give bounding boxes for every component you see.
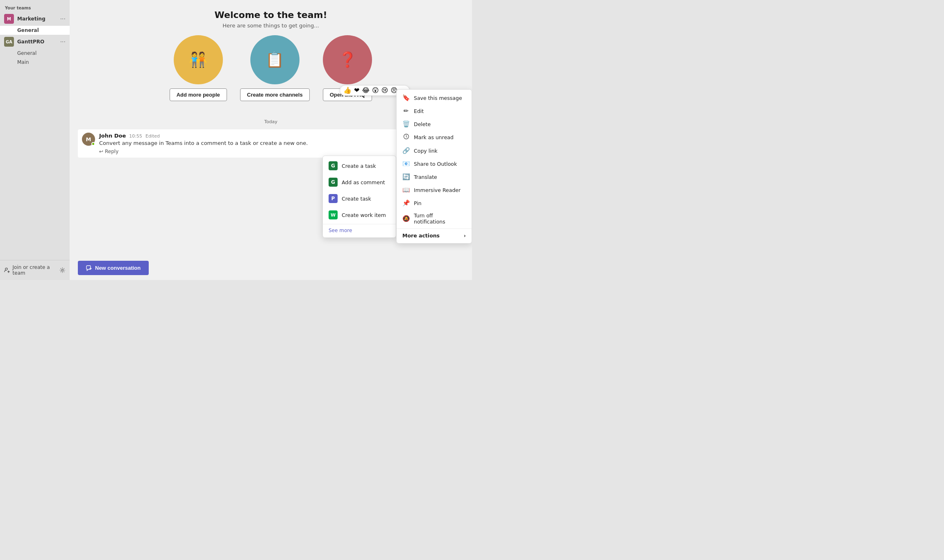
sub-icon-add-as-comment: G: [329, 178, 338, 187]
card-circle-add-people: 🧑‍🤝‍🧑: [174, 35, 223, 84]
translate-label: Translate: [414, 174, 437, 180]
online-indicator: [91, 142, 95, 146]
turn-off-notifications-icon: 🔕: [402, 215, 410, 222]
share-outlook-label: Share to Outlook: [414, 161, 457, 167]
more-actions-label: More actions: [402, 233, 440, 239]
sub-icon-create-a-task: G: [329, 161, 338, 170]
channel-item-ganttpro-main[interactable]: Main: [0, 58, 70, 67]
reply-label: Reply: [105, 149, 118, 154]
sub-icon-create-work-item: W: [329, 210, 338, 219]
sidebar: Your teams M Marketing ··· General GA Ga…: [0, 0, 70, 280]
mark-unread-icon: [402, 133, 410, 141]
team-name-ganttpro: GanttPRO: [17, 39, 60, 45]
reaction-laugh[interactable]: 😂: [362, 87, 370, 94]
channel-item-marketing-general[interactable]: General: [0, 26, 70, 35]
pin-icon: 📌: [402, 199, 410, 207]
sub-divider: [323, 224, 396, 224]
delete-label: Delete: [414, 121, 431, 127]
today-label: Today: [264, 119, 277, 124]
sub-icon-create-task: P: [329, 194, 338, 203]
reaction-sad[interactable]: 😢: [381, 87, 388, 94]
turn-off-notifications-label: Turn off notifications: [414, 212, 466, 225]
join-team-icon: [4, 267, 10, 273]
card-circle-faq: ❓: [323, 35, 372, 84]
see-more-button[interactable]: See more: [323, 225, 396, 236]
sub-label-create-task: Create task: [342, 196, 371, 202]
sub-menu-item-create-task[interactable]: P Create task: [323, 190, 396, 207]
message-edited: Edited: [145, 133, 160, 139]
ctx-delete[interactable]: 🗑️ Delete: [397, 117, 472, 131]
ctx-translate[interactable]: 🔄 Translate: [397, 170, 472, 183]
copy-link-icon: 🔗: [402, 147, 410, 154]
join-team-label: Join or create a team: [13, 264, 60, 276]
team-name-marketing: Marketing: [17, 16, 60, 22]
sub-label-create-work-item: Create work item: [342, 212, 386, 218]
message-author: John Doe: [99, 133, 126, 139]
sub-menu-item-add-as-comment[interactable]: G Add as comment: [323, 174, 396, 190]
bottom-bar: New conversation: [70, 256, 472, 280]
team-more-ganttpro[interactable]: ···: [60, 38, 66, 45]
context-menu-sub: G Create a task G Add as comment P Creat…: [322, 156, 396, 238]
mark-unread-label: Mark as unread: [414, 134, 454, 140]
new-conversation-label: New conversation: [95, 265, 141, 271]
channel-item-ganttpro-general[interactable]: General: [0, 49, 70, 58]
team-item-marketing[interactable]: M Marketing ···: [0, 12, 70, 26]
sub-label-add-as-comment: Add as comment: [342, 179, 385, 185]
ctx-save-message[interactable]: 🔖 Save this message: [397, 91, 472, 104]
message-time: 10:55: [129, 133, 142, 139]
welcome-card-add-people: 🧑‍🤝‍🧑 Add more people: [170, 35, 227, 101]
reaction-heart[interactable]: ❤️: [354, 87, 359, 94]
team-avatar-ganttpro: GA: [4, 37, 14, 47]
card-circle-channels: 📋: [250, 35, 300, 84]
svg-point-0: [5, 268, 7, 270]
new-conversation-icon: [86, 265, 92, 271]
more-actions-chevron: ›: [464, 233, 466, 239]
copy-link-label: Copy link: [414, 148, 438, 154]
avatar-text: M: [86, 136, 91, 142]
main-content: Welcome to the team! Here are some thing…: [70, 0, 472, 280]
context-menu-main: 🔖 Save this message ✏️ Edit 🗑️ Delete Ma…: [396, 89, 472, 244]
ctx-copy-link[interactable]: 🔗 Copy link: [397, 144, 472, 157]
team-avatar-marketing: M: [4, 14, 14, 24]
ctx-pin[interactable]: 📌 Pin: [397, 196, 472, 210]
create-more-channels-button[interactable]: Create more channels: [240, 88, 310, 101]
message-avatar: M: [82, 133, 95, 146]
reaction-surprised[interactable]: 😲: [372, 87, 379, 94]
ctx-edit[interactable]: ✏️ Edit: [397, 104, 472, 117]
sub-label-create-a-task: Create a task: [342, 163, 376, 169]
pin-label: Pin: [414, 200, 422, 206]
team-more-marketing[interactable]: ···: [60, 16, 66, 22]
share-outlook-icon: 📧: [402, 160, 410, 167]
settings-icon[interactable]: [59, 267, 66, 273]
save-message-icon: 🔖: [402, 94, 410, 102]
welcome-title: Welcome to the team!: [86, 10, 456, 20]
reply-icon: ↩: [99, 149, 103, 154]
welcome-card-channels: 📋 Create more channels: [240, 35, 310, 101]
ctx-immersive-reader[interactable]: 📖 Immersive Reader: [397, 183, 472, 196]
edit-label: Edit: [414, 108, 424, 114]
edit-icon: ✏️: [402, 107, 410, 115]
ctx-share-outlook[interactable]: 📧 Share to Outlook: [397, 157, 472, 170]
immersive-reader-icon: 📖: [402, 186, 410, 194]
translate-icon: 🔄: [402, 173, 410, 181]
delete-icon: 🗑️: [402, 120, 410, 128]
add-more-people-button[interactable]: Add more people: [170, 88, 227, 101]
save-message-label: Save this message: [414, 95, 462, 101]
ctx-mark-unread[interactable]: Mark as unread: [397, 131, 472, 144]
team-item-ganttpro[interactable]: GA GanttPRO ···: [0, 35, 70, 49]
sidebar-bottom: Join or create a team: [0, 260, 70, 280]
sub-menu-item-create-work-item[interactable]: W Create work item: [323, 207, 396, 223]
sidebar-section-label: Your teams: [0, 3, 70, 12]
svg-rect-4: [86, 266, 91, 269]
join-team-button[interactable]: Join or create a team: [4, 264, 59, 276]
ctx-turn-off-notifications[interactable]: 🔕 Turn off notifications: [397, 210, 472, 228]
reaction-thumbsup[interactable]: 👍: [343, 87, 352, 94]
sub-menu-item-create-a-task[interactable]: G Create a task: [323, 158, 396, 174]
more-actions-button[interactable]: More actions ›: [397, 230, 472, 242]
svg-point-3: [61, 269, 64, 271]
ctx-divider: [397, 228, 472, 229]
new-conversation-button[interactable]: New conversation: [78, 261, 149, 275]
immersive-reader-label: Immersive Reader: [414, 187, 461, 193]
welcome-subtitle: Here are some things to get going...: [86, 23, 456, 29]
